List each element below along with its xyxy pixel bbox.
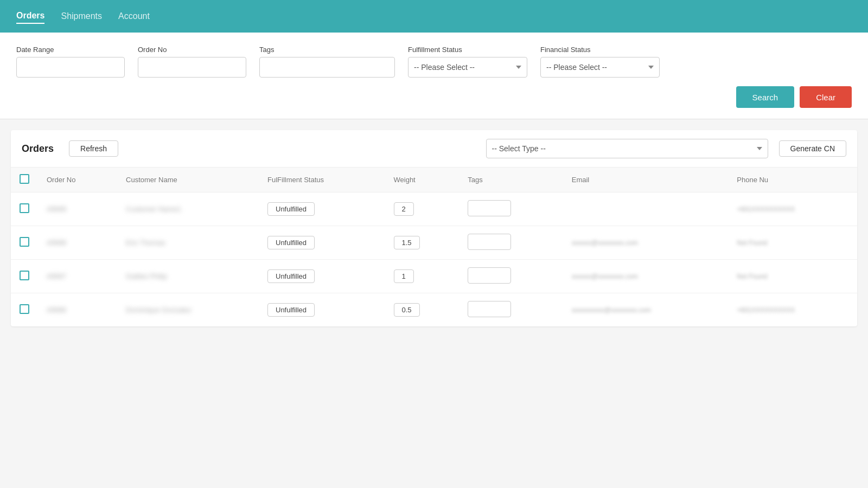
table-row: #9996 Dominique Gonzalez Unfulfilled 0.5… <box>11 293 857 327</box>
row-fulfillment-status: Unfulfilled <box>259 226 385 260</box>
orders-section: Orders Refresh -- Select Type -- Standar… <box>11 130 857 326</box>
row-fulfillment-status: Unfulfilled <box>259 192 385 226</box>
row-checkbox-cell <box>11 260 38 293</box>
clear-button[interactable]: Clear <box>800 86 852 108</box>
row-weight: 1.5 <box>385 226 459 260</box>
table-row: #9999 Customer Name1 Unfulfilled 2 +601X… <box>11 192 857 226</box>
header-fulfillment-status: FulFillment Status <box>259 168 385 192</box>
fulfillment-status-select[interactable]: -- Please Select -- Unfulfilled Fulfille… <box>408 57 527 78</box>
row-tags <box>459 260 563 293</box>
order-no-group: Order No <box>138 46 246 78</box>
select-type-dropdown[interactable]: -- Select Type -- Standard Express <box>486 139 768 158</box>
row-checkbox[interactable] <box>20 237 29 247</box>
row-phone: +601XXXXXXXXXX <box>728 293 857 327</box>
nav-shipments[interactable]: Shipments <box>61 9 102 23</box>
filter-panel: Date Range Order No Tags Fulfillment Sta… <box>0 33 868 119</box>
row-order-no: #9999 <box>38 192 117 226</box>
row-checkbox-cell <box>11 192 38 226</box>
row-order-no: #9997 <box>38 260 117 293</box>
search-button[interactable]: Search <box>736 86 795 108</box>
tags-input[interactable] <box>259 57 395 78</box>
row-checkbox[interactable] <box>20 304 29 314</box>
financial-status-group: Financial Status -- Please Select -- Pai… <box>540 46 660 78</box>
orders-toolbar: Orders Refresh -- Select Type -- Standar… <box>11 130 857 168</box>
row-fulfillment-status: Unfulfilled <box>259 260 385 293</box>
fulfillment-status-label: Fulfillment Status <box>408 46 527 54</box>
row-checkbox-cell <box>11 226 38 260</box>
header-weight: Weight <box>385 168 459 192</box>
row-phone: Not Found <box>728 260 857 293</box>
select-all-checkbox[interactable] <box>20 174 29 184</box>
header-customer-name: Customer Name <box>117 168 259 192</box>
row-checkbox[interactable] <box>20 203 29 213</box>
row-email: xxxxxxxxxx@xxxxxxxx.com <box>563 293 729 327</box>
financial-status-select[interactable]: -- Please Select -- Paid Pending Refunde… <box>540 57 660 78</box>
row-customer-name: Dominique Gonzalez <box>117 293 259 327</box>
order-no-label: Order No <box>138 46 246 54</box>
row-order-no: #9996 <box>38 293 117 327</box>
fulfillment-status-group: Fulfillment Status -- Please Select -- U… <box>408 46 527 78</box>
refresh-button[interactable]: Refresh <box>69 140 118 157</box>
row-weight: 1 <box>385 260 459 293</box>
row-customer-name: Galilee Philip <box>117 260 259 293</box>
row-checkbox-cell <box>11 293 38 327</box>
row-email: xxxxxx@xxxxxxxx.com <box>563 226 729 260</box>
row-tags <box>459 226 563 260</box>
row-customer-name: Customer Name1 <box>117 192 259 226</box>
row-email <box>563 192 729 226</box>
order-no-input[interactable] <box>138 57 246 78</box>
tags-group: Tags <box>259 46 395 78</box>
table-header-row: Order No Customer Name FulFillment Statu… <box>11 168 857 192</box>
row-order-no: #9998 <box>38 226 117 260</box>
header-email: Email <box>563 168 729 192</box>
row-weight: 0.5 <box>385 293 459 327</box>
row-fulfillment-status: Unfulfilled <box>259 293 385 327</box>
nav-bar: Orders Shipments Account <box>0 0 868 33</box>
row-phone: +601XXXXXXXXXX <box>728 192 857 226</box>
generate-cn-button[interactable]: Generate CN <box>779 140 846 157</box>
row-email: xxxxxx@xxxxxxxx.com <box>563 260 729 293</box>
row-weight: 2 <box>385 192 459 226</box>
orders-table: Order No Customer Name FulFillment Statu… <box>11 168 857 326</box>
header-phone: Phone Nu <box>728 168 857 192</box>
row-tags <box>459 192 563 226</box>
row-checkbox[interactable] <box>20 271 29 280</box>
financial-status-label: Financial Status <box>540 46 660 54</box>
nav-account[interactable]: Account <box>118 9 150 23</box>
nav-orders[interactable]: Orders <box>16 9 44 24</box>
date-range-group: Date Range <box>16 46 125 78</box>
row-tags <box>459 293 563 327</box>
row-customer-name: Eric Thomas <box>117 226 259 260</box>
table-row: #9998 Eric Thomas Unfulfilled 1.5 xxxxxx… <box>11 226 857 260</box>
header-order-no: Order No <box>38 168 117 192</box>
row-phone: Not Found <box>728 226 857 260</box>
date-range-label: Date Range <box>16 46 125 54</box>
date-range-input[interactable] <box>16 57 125 78</box>
header-checkbox-cell <box>11 168 38 192</box>
header-tags: Tags <box>459 168 563 192</box>
tags-label: Tags <box>259 46 395 54</box>
orders-section-title: Orders <box>22 143 54 155</box>
table-row: #9997 Galilee Philip Unfulfilled 1 xxxxx… <box>11 260 857 293</box>
